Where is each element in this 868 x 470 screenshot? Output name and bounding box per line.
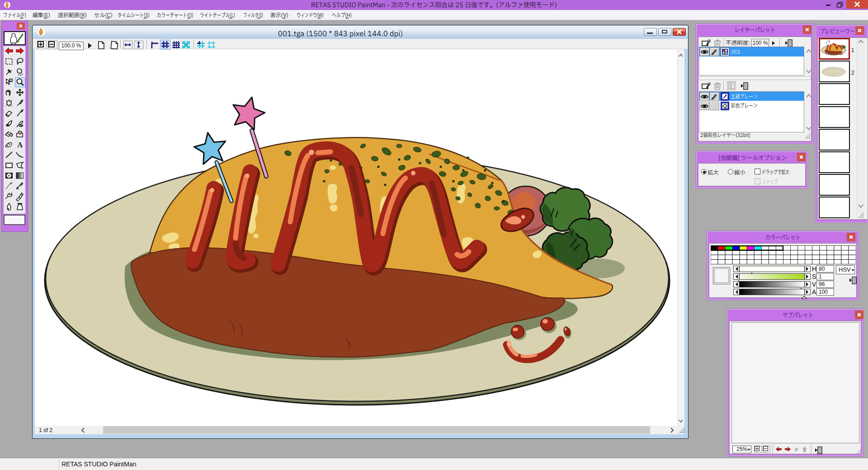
svg-text:A: A [17,141,23,149]
